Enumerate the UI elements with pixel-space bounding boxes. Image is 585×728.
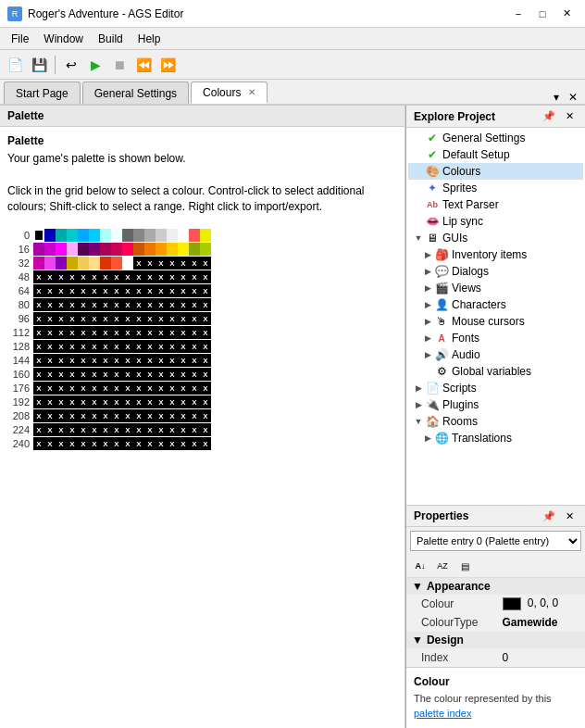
palette-cell-240-13[interactable]: X (178, 437, 189, 450)
palette-cell-144-11[interactable]: X (156, 354, 167, 367)
properties-close-button[interactable]: ✕ (561, 508, 578, 524)
palette-cell-0-4[interactable] (78, 229, 89, 242)
palette-cell-176-12[interactable]: X (167, 382, 178, 395)
palette-cell-32-8[interactable] (122, 257, 133, 270)
palette-cell-160-15[interactable]: X (200, 368, 211, 381)
palette-cell-240-9[interactable]: X (133, 437, 144, 450)
palette-cell-48-8[interactable]: X (122, 270, 133, 283)
maximize-button[interactable]: □ (531, 5, 554, 23)
palette-cell-224-3[interactable]: X (67, 423, 78, 436)
palette-cell-240-15[interactable]: X (200, 437, 211, 450)
props-sort-az-button[interactable]: AZ (432, 557, 453, 575)
palette-cell-16-2[interactable] (56, 243, 67, 256)
palette-cell-112-9[interactable]: X (133, 326, 144, 339)
palette-cell-144-7[interactable]: X (111, 354, 122, 367)
palette-cell-32-13[interactable]: X (178, 257, 189, 270)
tree-item-guis[interactable]: ▼ 🖥 GUIs (408, 230, 583, 246)
palette-cell-128-0[interactable]: X (33, 340, 44, 353)
palette-cell-224-11[interactable]: X (156, 423, 167, 436)
palette-cell-16-1[interactable] (44, 243, 56, 256)
palette-cell-176-0[interactable]: X (33, 382, 44, 395)
palette-cell-96-9[interactable]: X (133, 312, 144, 325)
palette-cell-128-15[interactable]: X (200, 340, 211, 353)
palette-cell-240-7[interactable]: X (111, 437, 122, 450)
palette-cell-128-11[interactable]: X (156, 340, 167, 353)
palette-cell-16-13[interactable] (178, 243, 189, 256)
palette-cell-224-6[interactable]: X (100, 423, 111, 436)
palette-cell-160-7[interactable]: X (111, 368, 122, 381)
palette-cell-80-12[interactable]: X (167, 298, 178, 311)
toolbar-stepback[interactable]: ⏪ (132, 54, 155, 76)
palette-cell-224-15[interactable]: X (200, 423, 211, 436)
palette-cell-208-6[interactable]: X (100, 409, 111, 422)
tree-item-audio[interactable]: ▶ 🔊 Audio (408, 346, 583, 363)
palette-cell-32-9[interactable]: X (133, 257, 144, 270)
palette-cell-128-7[interactable]: X (111, 340, 122, 353)
palette-cell-112-4[interactable]: X (78, 326, 89, 339)
palette-cell-160-12[interactable]: X (167, 368, 178, 381)
palette-cell-224-12[interactable]: X (167, 423, 178, 436)
palette-cell-128-13[interactable]: X (178, 340, 189, 353)
palette-cell-176-6[interactable]: X (100, 382, 111, 395)
palette-cell-0-0[interactable] (33, 229, 44, 242)
palette-cell-160-5[interactable]: X (89, 368, 100, 381)
palette-cell-176-11[interactable]: X (156, 382, 167, 395)
palette-cell-16-6[interactable] (100, 243, 111, 256)
palette-cell-0-8[interactable] (122, 229, 133, 242)
palette-cell-128-8[interactable]: X (122, 340, 133, 353)
palette-cell-48-7[interactable]: X (111, 270, 122, 283)
palette-cell-240-4[interactable]: X (78, 437, 89, 450)
palette-cell-64-1[interactable]: X (44, 284, 56, 297)
menu-file[interactable]: File (4, 31, 36, 47)
palette-cell-0-5[interactable] (89, 229, 100, 242)
palette-cell-16-8[interactable] (122, 243, 133, 256)
palette-cell-48-3[interactable]: X (67, 270, 78, 283)
palette-cell-32-3[interactable] (67, 257, 78, 270)
colour-swatch[interactable] (503, 597, 521, 610)
palette-cell-32-2[interactable] (56, 257, 67, 270)
palette-cell-96-8[interactable]: X (122, 312, 133, 325)
palette-cell-160-9[interactable]: X (133, 368, 144, 381)
tree-item-inventory[interactable]: ▶ 🎒 Inventory items (408, 246, 583, 263)
palette-cell-80-15[interactable]: X (200, 298, 211, 311)
palette-cell-64-8[interactable]: X (122, 284, 133, 297)
palette-cell-176-9[interactable]: X (133, 382, 144, 395)
tree-item-text-parser[interactable]: Ab Text Parser (408, 196, 583, 213)
palette-cell-48-5[interactable]: X (89, 270, 100, 283)
palette-cell-208-15[interactable]: X (200, 409, 211, 422)
palette-cell-192-12[interactable]: X (167, 395, 178, 408)
palette-cell-208-11[interactable]: X (156, 409, 167, 422)
props-design-header[interactable]: ▼ Design (406, 632, 585, 648)
tree-item-translations[interactable]: ▶ 🌐 Translations (408, 430, 583, 446)
toolbar-new[interactable]: 📄 (4, 54, 26, 76)
palette-cell-0-7[interactable] (111, 229, 122, 242)
palette-cell-16-5[interactable] (89, 243, 100, 256)
palette-cell-240-12[interactable]: X (167, 437, 178, 450)
palette-cell-112-10[interactable]: X (144, 326, 156, 339)
tree-item-characters[interactable]: ▶ 👤 Characters (408, 296, 583, 313)
palette-cell-64-5[interactable]: X (89, 284, 100, 297)
palette-cell-240-11[interactable]: X (156, 437, 167, 450)
palette-cell-128-10[interactable]: X (144, 340, 156, 353)
minimize-button[interactable]: − (507, 5, 529, 23)
palette-cell-160-13[interactable]: X (178, 368, 189, 381)
palette-cell-16-9[interactable] (133, 243, 144, 256)
palette-cell-144-9[interactable]: X (133, 354, 144, 367)
palette-cell-80-13[interactable]: X (178, 298, 189, 311)
palette-cell-96-15[interactable]: X (200, 312, 211, 325)
palette-cell-208-7[interactable]: X (111, 409, 122, 422)
palette-cell-64-13[interactable]: X (178, 284, 189, 297)
palette-cell-64-4[interactable]: X (78, 284, 89, 297)
palette-cell-160-10[interactable]: X (144, 368, 156, 381)
palette-cell-192-2[interactable]: X (56, 395, 67, 408)
palette-cell-32-7[interactable] (111, 257, 122, 270)
palette-cell-192-5[interactable]: X (89, 395, 100, 408)
palette-cell-192-3[interactable]: X (67, 395, 78, 408)
tree-item-lip-sync[interactable]: 👄 Lip sync (408, 213, 583, 230)
toolbar-save[interactable]: 💾 (28, 54, 50, 76)
palette-cell-192-6[interactable]: X (100, 395, 111, 408)
palette-cell-0-9[interactable] (133, 229, 144, 242)
palette-cell-0-1[interactable] (44, 229, 56, 242)
palette-cell-48-10[interactable]: X (144, 270, 156, 283)
palette-cell-192-0[interactable]: X (33, 395, 44, 408)
